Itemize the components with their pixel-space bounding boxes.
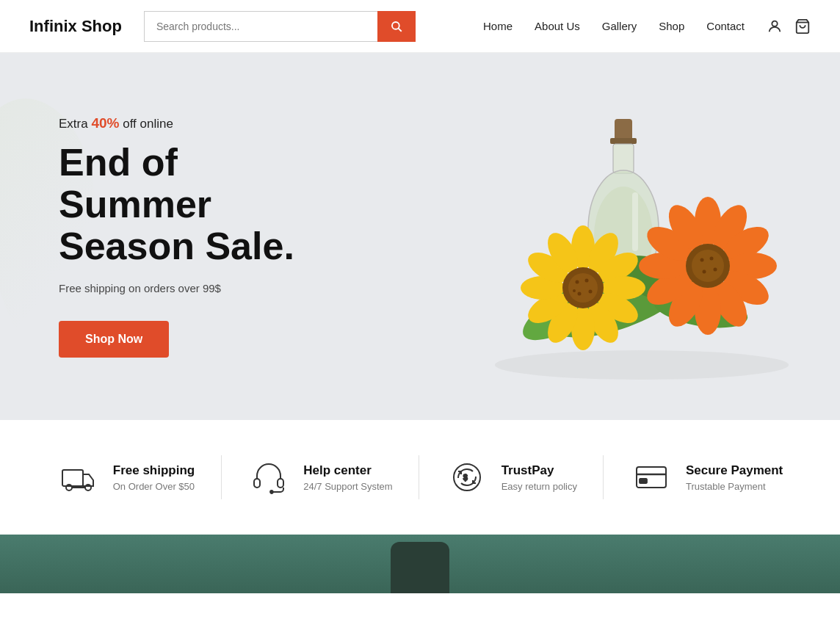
badge-suffix: off online	[123, 117, 173, 131]
svg-point-29	[585, 279, 589, 283]
hero-section: Extra 40% off online End of Summer Seaso…	[0, 53, 840, 420]
svg-point-49	[703, 270, 706, 274]
svg-rect-5	[610, 138, 637, 144]
feature-trustpay-text: TrustPay Easy return policy	[502, 463, 577, 492]
feature-shipping-sub: On Order Over $50	[113, 481, 195, 492]
truck-icon	[57, 456, 100, 499]
svg-point-0	[392, 22, 399, 29]
svg-text:$: $	[463, 474, 468, 482]
divider-1	[221, 455, 222, 499]
hero-title: End of Summer Season Sale.	[59, 142, 338, 268]
badge-percent: 40%	[91, 115, 119, 131]
svg-point-28	[576, 280, 579, 284]
nav-item-about[interactable]: About Us	[535, 20, 580, 33]
bottom-teaser	[0, 535, 840, 593]
svg-point-48	[710, 257, 714, 261]
svg-point-47	[700, 258, 704, 262]
svg-rect-63	[640, 479, 647, 483]
feature-help-title: Help center	[303, 463, 392, 478]
feature-shipping-text: Free shipping On Order Over $50	[113, 463, 195, 492]
hero-subtitle: Free shipping on orders over 99$	[59, 282, 338, 294]
badge-prefix: Extra	[59, 117, 88, 131]
svg-point-2	[772, 21, 777, 26]
divider-2	[419, 455, 419, 499]
feature-trustpay-sub: Easy return policy	[502, 481, 577, 492]
feature-trustpay: $ TrustPay Easy return policy	[446, 456, 577, 499]
search-wrapper	[144, 11, 416, 42]
nav-item-contact[interactable]: Contact	[706, 20, 745, 33]
divider-3	[603, 455, 604, 499]
headset-icon	[247, 456, 290, 499]
user-icon	[767, 18, 783, 35]
feature-help: Help center 24/7 Support System	[247, 456, 392, 499]
nav-icons	[767, 18, 811, 35]
brand-logo: Infinix Shop	[29, 17, 122, 36]
nav-links: Home About Us Gallery Shop Contact	[483, 20, 745, 33]
feature-help-sub: 24/7 Support System	[303, 481, 392, 492]
svg-rect-57	[278, 479, 283, 488]
cart-icon	[794, 18, 811, 35]
svg-point-31	[589, 290, 593, 294]
features-bar: Free shipping On Order Over $50 Help cen…	[0, 420, 840, 535]
account-button[interactable]	[767, 18, 783, 35]
shop-now-button[interactable]: Shop Now	[59, 321, 169, 358]
svg-rect-52	[62, 470, 83, 486]
feature-trustpay-title: TrustPay	[502, 463, 577, 478]
svg-point-51	[495, 350, 789, 380]
svg-point-50	[714, 268, 717, 272]
svg-line-1	[399, 28, 402, 31]
feature-payment-sub: Trustable Payment	[686, 481, 783, 492]
svg-rect-61	[637, 467, 666, 488]
hero-illustration	[436, 75, 818, 398]
svg-point-46	[692, 250, 724, 282]
feature-payment: Secure Payment Trustable Payment	[630, 456, 783, 499]
credit-card-icon	[630, 456, 673, 499]
svg-rect-4	[615, 119, 632, 141]
feature-shipping-title: Free shipping	[113, 463, 195, 478]
search-input[interactable]	[144, 11, 377, 42]
feature-shipping: Free shipping On Order Over $50	[57, 456, 195, 499]
nav-item-shop[interactable]: Shop	[659, 20, 684, 33]
svg-rect-9	[632, 192, 638, 251]
feature-payment-title: Secure Payment	[686, 463, 783, 478]
svg-point-32	[573, 289, 576, 292]
nav-item-gallery[interactable]: Gallery	[602, 20, 637, 33]
svg-point-30	[578, 292, 582, 296]
svg-point-27	[568, 273, 598, 303]
search-icon	[390, 20, 403, 33]
hero-content: Extra 40% off online End of Summer Seaso…	[0, 71, 382, 402]
hero-image	[414, 53, 840, 420]
feature-help-text: Help center 24/7 Support System	[303, 463, 392, 492]
svg-rect-6	[613, 144, 634, 173]
svg-point-58	[270, 490, 273, 493]
bottom-bottle	[391, 542, 449, 593]
cart-button[interactable]	[794, 18, 811, 35]
hero-badge: Extra 40% off online	[59, 115, 338, 131]
feature-payment-text: Secure Payment Trustable Payment	[686, 463, 783, 492]
nav-item-home[interactable]: Home	[483, 20, 513, 33]
navbar: Infinix Shop Home About Us Gallery Shop …	[0, 0, 840, 53]
svg-rect-56	[254, 479, 260, 488]
refresh-money-icon: $	[446, 456, 488, 499]
search-button[interactable]	[377, 11, 416, 42]
